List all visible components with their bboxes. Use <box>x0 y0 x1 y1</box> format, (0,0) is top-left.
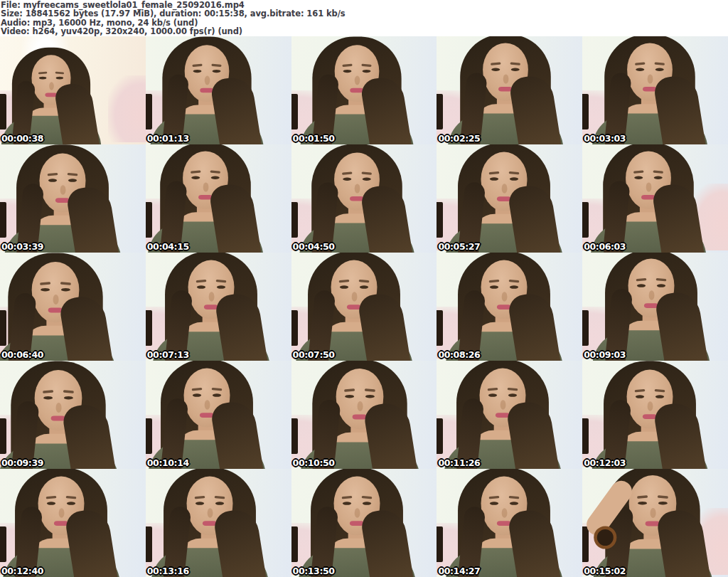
nose-shape <box>650 508 655 518</box>
bed-post-shape <box>437 202 443 238</box>
timestamp-label: 00:06:40 <box>1 349 43 360</box>
eye-right-shape <box>658 502 668 505</box>
eye-left-shape <box>193 393 201 396</box>
eyebrow-left-shape <box>191 170 201 174</box>
video-thumbnail: 00:11:26 <box>437 361 582 469</box>
timestamp-label: 00:07:50 <box>293 349 335 360</box>
eye-right-shape <box>213 70 221 73</box>
eye-right-shape <box>363 502 371 504</box>
eye-right-shape <box>360 285 368 288</box>
bed-post-shape <box>582 418 589 454</box>
eyebrow-left-shape <box>40 282 50 285</box>
eyebrow-left-shape <box>636 278 646 282</box>
video-thumbnail: 00:06:03 <box>582 144 728 253</box>
eyebrow-left-shape <box>195 496 205 499</box>
eye-right-shape <box>68 179 77 181</box>
eye-right-shape <box>510 502 518 504</box>
timestamp-label: 00:12:03 <box>584 457 626 468</box>
bed-post-shape <box>146 202 152 238</box>
eye-right-shape <box>655 395 663 398</box>
nose-shape <box>501 184 507 193</box>
eyebrow-right-shape <box>365 388 375 392</box>
video-thumbnail: 00:14:27 <box>437 469 582 577</box>
timestamp-label: 00:00:38 <box>1 133 43 144</box>
eyebrow-left-shape <box>48 173 58 176</box>
eyebrow-right-shape <box>510 62 520 65</box>
eyebrow-left-shape <box>339 280 350 283</box>
eyebrow-right-shape <box>212 388 223 391</box>
nose-shape <box>501 292 507 301</box>
eye-right-shape <box>211 176 220 179</box>
nose-shape <box>647 401 653 411</box>
eyebrow-left-shape <box>193 64 203 67</box>
timestamp-label: 00:14:27 <box>438 566 480 576</box>
eye-left-shape <box>491 68 500 71</box>
timestamp-label: 00:05:27 <box>438 241 480 252</box>
nose-shape <box>203 182 209 191</box>
nose-shape <box>53 295 59 305</box>
eye-left-shape <box>490 502 498 504</box>
timestamp-label: 00:10:50 <box>293 457 335 468</box>
bed-post-shape <box>0 94 6 129</box>
eye-left-shape <box>340 285 348 288</box>
eyebrow-left-shape <box>491 62 501 65</box>
nose-shape <box>59 508 65 517</box>
eye-left-shape <box>490 177 498 180</box>
bed-post-shape <box>146 418 152 454</box>
video-thumbnail: 00:04:50 <box>291 144 437 253</box>
eyebrow-left-shape <box>192 388 203 391</box>
bed-post-shape <box>146 310 152 346</box>
video-thumbnail: 00:12:40 <box>0 469 146 577</box>
eye-left-shape <box>634 176 643 179</box>
eye-left-shape <box>191 176 200 179</box>
eyebrow-left-shape <box>46 496 57 499</box>
eyebrow-right-shape <box>508 496 519 499</box>
bed-post-shape <box>437 310 443 346</box>
video-thumbnail: 00:05:27 <box>437 144 582 253</box>
nose-shape <box>208 508 213 517</box>
eyebrow-right-shape <box>60 282 71 285</box>
eye-left-shape <box>345 395 354 398</box>
eyebrow-right-shape <box>654 389 665 393</box>
eye-left-shape <box>44 396 53 400</box>
eye-right-shape <box>653 176 662 179</box>
nose-shape <box>648 290 654 300</box>
timestamp-label: 00:12:40 <box>1 566 43 576</box>
bed-post-shape <box>437 418 443 454</box>
eyebrow-left-shape <box>342 64 352 67</box>
video-thumbnail: 00:13:16 <box>146 469 291 577</box>
eyebrow-left-shape <box>634 389 645 393</box>
timestamp-label: 00:04:15 <box>147 241 189 252</box>
bed-post-shape <box>582 94 589 129</box>
eyebrow-right-shape <box>212 64 222 67</box>
eye-right-shape <box>363 178 371 181</box>
eyebrow-right-shape <box>216 280 227 283</box>
video-thumbnail: 00:08:26 <box>437 253 582 361</box>
file-info-header: File: myfreecams_sweetlola01_female_2509… <box>0 0 728 36</box>
eyebrow-left-shape <box>342 171 353 175</box>
video-thumbnail: 00:03:03 <box>582 36 728 144</box>
eye-left-shape <box>490 285 498 288</box>
eyebrow-right-shape <box>507 388 518 391</box>
video-thumbnail: 00:07:50 <box>291 253 437 361</box>
eyebrow-right-shape <box>359 280 370 283</box>
nose-shape <box>500 400 505 409</box>
timestamp-label: 00:09:03 <box>584 349 626 360</box>
eye-left-shape <box>636 68 644 71</box>
eyebrow-right-shape <box>362 496 373 499</box>
nose-shape <box>646 182 651 191</box>
nose-shape <box>355 76 360 85</box>
bed-post-shape <box>291 526 298 562</box>
eyebrow-right-shape <box>55 72 65 75</box>
eye-right-shape <box>365 395 375 398</box>
wrist-watch-shape <box>594 526 616 549</box>
eye-left-shape <box>196 502 204 504</box>
info-line-size: Size: 18841562 bytes (17.97 MiB), durati… <box>1 9 728 18</box>
eyebrow-left-shape <box>488 171 499 175</box>
eyebrow-right-shape <box>215 496 225 499</box>
contact-sheet: { "header": { "lines": [ "File: myfreeca… <box>0 0 728 577</box>
bed-post-shape <box>582 202 589 238</box>
video-thumbnail: 00:00:38 <box>0 36 146 144</box>
eye-right-shape <box>67 502 75 504</box>
eye-right-shape <box>213 393 221 396</box>
